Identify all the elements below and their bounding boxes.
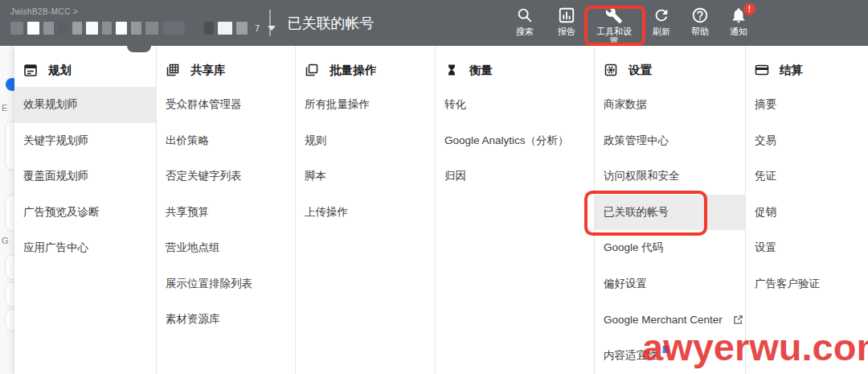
reports-button[interactable]: 报告 <box>546 6 588 36</box>
account-selector[interactable]: JwishB2B-MCC > 7 <box>10 0 269 46</box>
menu-item-all-bulk-actions[interactable]: 所有批量操作 <box>296 87 435 123</box>
menu-item-negative-keyword-lists[interactable]: 否定关键字列表 <box>157 158 295 195</box>
tools-label: 工具和设置 <box>595 27 633 46</box>
menu-column-setup: 设置 商家数据 政策管理中心 访问权限和安全 已关联的帐号 Google 代码 … <box>595 46 746 374</box>
menu-item-google-analytics[interactable]: Google Analytics（分析） <box>436 123 594 159</box>
menu-item-location-groups[interactable]: 营业地点组 <box>157 230 295 266</box>
menu-item-scripts[interactable]: 脚本 <box>296 158 435 195</box>
column-title: 结算 <box>780 63 803 78</box>
menu-column-bulk-actions: 批量操作 所有批量操作 规则 脚本 上传操作 <box>296 46 436 374</box>
redacted-block <box>145 22 158 35</box>
column-title: 设置 <box>628 63 652 78</box>
menu-column-measurement: 衡量 转化 Google Analytics（分析） 归因 <box>436 46 595 374</box>
redacted-block <box>218 22 232 35</box>
planning-icon <box>23 63 38 77</box>
hourglass-icon <box>444 63 459 77</box>
menu-item-access-security[interactable]: 访问权限和安全 <box>595 158 745 195</box>
column-header-setup: 设置 <box>595 59 745 81</box>
redacted-block <box>204 22 214 35</box>
column-title: 批量操作 <box>330 63 376 78</box>
menu-item-ad-preview[interactable]: 广告预览及诊断 <box>14 195 156 231</box>
menu-item-bid-strategies[interactable]: 出价策略 <box>157 123 295 159</box>
redacted-block <box>27 22 39 35</box>
redacted-block <box>236 22 248 35</box>
redacted-block <box>162 22 185 35</box>
menu-item-preferences[interactable]: 偏好设置 <box>595 266 745 302</box>
chevron-down-icon <box>268 26 276 31</box>
column-header-bulk-actions: 批量操作 <box>296 59 435 81</box>
redacted-account-id: 7 <box>10 22 276 35</box>
header-toolbar: 搜索 报告 工具和设置 刷新 帮助 通知 ! <box>504 6 760 46</box>
background-card <box>5 282 14 307</box>
menu-item-google-tag[interactable]: Google 代码 <box>595 230 745 266</box>
column-title: 共享库 <box>190 63 226 78</box>
menu-item-promotions[interactable]: 促销 <box>746 195 868 231</box>
menu-item-uploads[interactable]: 上传操作 <box>296 195 435 231</box>
background-card <box>5 309 14 331</box>
bulk-actions-icon <box>305 63 319 77</box>
menu-item-linked-accounts[interactable]: 已关联的帐号 <box>595 195 745 231</box>
menu-column-planning: 规划 效果规划师 关键字规划师 覆盖面规划师 广告预览及诊断 应用广告中心 <box>14 46 157 374</box>
external-link-icon <box>732 314 744 326</box>
background-letter: E <box>2 103 7 113</box>
menu-item-keyword-planner[interactable]: 关键字规划师 <box>14 123 156 159</box>
notifications-button[interactable]: 通知 ! <box>718 6 760 36</box>
menu-item-content-suitability[interactable]: 内容适宜性 新 <box>595 338 745 374</box>
search-label: 搜索 <box>506 27 544 36</box>
menu-item-transactions[interactable]: 交易 <box>746 123 868 159</box>
redacted-block <box>86 22 98 35</box>
search-icon <box>516 6 534 24</box>
account-count: 7 <box>255 23 260 33</box>
redacted-block <box>43 22 54 35</box>
menu-item-rules[interactable]: 规则 <box>296 123 435 159</box>
redacted-block <box>72 22 82 35</box>
menu-item-attribution[interactable]: 归因 <box>436 158 594 195</box>
reports-label: 报告 <box>547 27 586 36</box>
menu-item-asset-library[interactable]: 素材资源库 <box>157 302 295 338</box>
help-button[interactable]: 帮助 <box>682 6 718 36</box>
redacted-block <box>10 22 23 35</box>
column-header-shared-library: 共享库 <box>157 59 295 81</box>
column-title: 衡量 <box>469 63 493 78</box>
setup-gear-icon <box>604 63 618 77</box>
redacted-block <box>102 22 112 35</box>
notification-badge: ! <box>743 3 755 15</box>
refresh-icon <box>653 6 670 24</box>
background-card <box>5 121 14 171</box>
search-button[interactable]: 搜索 <box>504 6 546 36</box>
menu-item-shared-budgets[interactable]: 共享预算 <box>157 195 295 231</box>
menu-item-summary[interactable]: 摘要 <box>746 87 868 123</box>
billing-card-icon <box>755 63 769 77</box>
redacted-block <box>131 22 141 35</box>
refresh-button[interactable]: 刷新 <box>641 6 682 36</box>
menu-item-business-data[interactable]: 商家数据 <box>595 87 745 123</box>
blue-dot-icon <box>6 78 14 91</box>
account-name: JwishB2B-MCC > <box>10 7 78 16</box>
menu-item-app-ads-hub[interactable]: 应用广告中心 <box>14 230 156 266</box>
menu-item-advertiser-verification[interactable]: 广告客户验证 <box>746 266 868 302</box>
menu-item-performance-planner[interactable]: 效果规划师 <box>14 87 156 123</box>
column-header-measurement: 衡量 <box>436 59 594 81</box>
background-card <box>5 195 14 232</box>
tools-and-settings-button[interactable]: 工具和设置 <box>588 6 641 46</box>
menu-item-audience-manager[interactable]: 受众群体管理器 <box>157 87 295 123</box>
menu-item-policy-manager[interactable]: 政策管理中心 <box>595 123 745 159</box>
menu-item-billing-settings[interactable]: 设置 <box>746 230 868 266</box>
menu-item-reach-planner[interactable]: 覆盖面规划师 <box>14 158 156 195</box>
menu-item-placement-exclusion-lists[interactable]: 展示位置排除列表 <box>157 266 295 302</box>
underlying-page-sliver: E G <box>0 46 14 374</box>
background-letter: G <box>2 236 9 245</box>
menu-item-conversions[interactable]: 转化 <box>436 87 594 123</box>
menu-item-google-merchant-center[interactable]: Google Merchant Center <box>595 302 745 338</box>
refresh-label: 刷新 <box>642 27 681 36</box>
column-header-planning: 规划 <box>14 59 156 81</box>
redacted-block <box>58 22 68 35</box>
menu-column-shared-library: 共享库 受众群体管理器 出价策略 否定关键字列表 共享预算 营业地点组 展示位置… <box>157 46 296 374</box>
new-badge: 新 <box>662 344 670 356</box>
wrench-icon <box>605 6 623 24</box>
redacted-block <box>116 22 127 35</box>
menu-item-documents[interactable]: 凭证 <box>746 158 868 195</box>
tools-settings-menu: 规划 效果规划师 关键字规划师 覆盖面规划师 广告预览及诊断 应用广告中心 共享… <box>14 46 868 374</box>
notifications-label: 通知 <box>719 27 758 36</box>
page-title: 已关联的帐号 <box>288 14 375 33</box>
